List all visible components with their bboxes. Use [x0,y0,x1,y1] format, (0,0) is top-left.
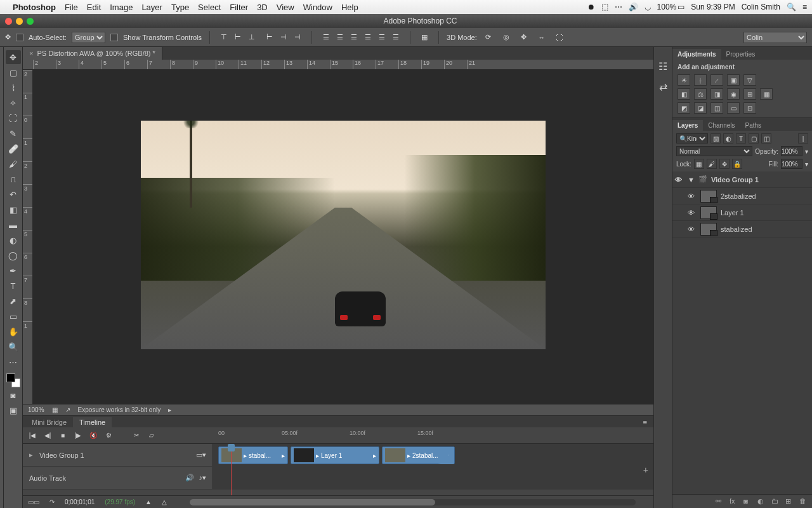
color-balance-adjustment-icon[interactable]: ⚖ [694,88,707,100]
go-to-start-button[interactable]: |◀ [28,431,37,440]
channel-mixer-adjustment-icon[interactable]: ⊞ [743,88,756,100]
3d-rotate-icon[interactable]: ⟳ [482,32,495,43]
blend-mode-dropdown[interactable]: Normal [676,146,752,156]
zoom-tool[interactable]: 🔍 [6,340,21,354]
auto-select-dropdown[interactable]: Group [72,32,105,43]
tab-adjustments[interactable]: Adjustments [672,49,721,60]
hue-adjustment-icon[interactable]: ◧ [678,88,690,100]
layer-name[interactable]: stabalized [721,225,752,233]
filter-smart-icon[interactable]: ◫ [761,133,771,144]
new-layer-icon[interactable]: ⊞ [785,497,794,506]
next-frame-button[interactable]: |▶ [74,431,82,440]
tab-timeline[interactable]: Timeline [73,417,112,427]
hand-tool[interactable]: ✋ [6,324,21,338]
foreground-color[interactable] [6,373,15,382]
selective-color-adjustment-icon[interactable]: ⊡ [743,102,756,114]
lock-position-icon[interactable]: ✥ [719,159,730,169]
tab-layers[interactable]: Layers [672,120,703,131]
invert-adjustment-icon[interactable]: ◩ [678,102,690,114]
canvas[interactable] [141,121,546,349]
type-tool[interactable]: T [6,279,21,293]
render-icon[interactable]: ↷ [49,498,55,505]
screen-mode-tool[interactable]: ▣ [6,403,21,417]
playhead[interactable] [231,444,232,495]
layer-style-icon[interactable]: fx [730,497,738,506]
visibility-icon[interactable]: 👁 [688,225,697,233]
layer-item[interactable]: 👁2stabalized [672,188,812,204]
vibrance-adjustment-icon[interactable]: ▽ [743,74,756,86]
menu-layer[interactable]: Layer [141,3,162,12]
clone-stamp-tool[interactable]: ⎍ [6,172,21,186]
layer-thumbnail[interactable] [700,190,717,203]
rectangle-tool[interactable]: ▭ [6,309,21,323]
distribute-hcenter-icon[interactable]: ☰ [376,32,388,43]
show-transform-checkbox[interactable] [110,34,118,41]
layer-name[interactable]: Layer 1 [721,209,744,217]
levels-adjustment-icon[interactable]: ⟊ [694,74,707,86]
wifi-icon[interactable]: ◡ [645,3,651,11]
tab-paths[interactable]: Paths [740,120,767,131]
eyedropper-tool[interactable]: ✎ [6,126,21,140]
frame-mode-icon[interactable]: ▭▭ [28,498,39,505]
menu-edit[interactable]: Edit [87,3,101,12]
exposure-adjustment-icon[interactable]: ▣ [727,74,740,86]
screencast-icon[interactable]: ⏺ [587,3,595,11]
layer-name[interactable]: 2stabalized [721,192,756,200]
3d-slide-icon[interactable]: ↔ [535,32,548,43]
user-name[interactable]: Colin Smith [742,3,780,11]
fill-dropdown-icon[interactable]: ▾ [805,161,808,168]
status-icon[interactable]: ▦ [52,406,58,413]
filter-toggle[interactable]: | [798,133,808,144]
align-left-icon[interactable]: ⊢ [263,32,276,43]
align-hcenter-icon[interactable]: ⊣ [277,32,290,43]
layer-item[interactable]: 👁Layer 1 [672,204,812,221]
layer-item[interactable]: 👁stabalized [672,221,812,237]
gradient-tool[interactable]: ▬ [6,218,21,232]
brightness-adjustment-icon[interactable]: ☀ [678,74,690,86]
zoom-out-timeline-icon[interactable]: ▲ [145,498,152,505]
brush-tool[interactable]: 🖌 [6,157,21,171]
add-audio-track-button[interactable]: + [643,465,648,475]
menu-filter[interactable]: Filter [230,3,248,12]
lock-transparency-icon[interactable]: ▦ [694,159,704,169]
posterize-adjustment-icon[interactable]: ◪ [694,102,707,114]
clock[interactable]: Sun 9:39 PM [691,3,735,11]
distribute-right-icon[interactable]: ☰ [390,32,402,43]
curves-adjustment-icon[interactable]: ⟋ [710,74,723,86]
tab-channels[interactable]: Channels [703,120,740,131]
link-layers-icon[interactable]: ⚯ [716,497,724,506]
menu-view[interactable]: View [277,3,294,12]
distribute-bottom-icon[interactable]: ☰ [348,32,360,43]
split-clip-button[interactable]: ✂ [132,431,141,440]
healing-brush-tool[interactable]: 🩹 [6,142,21,156]
menu-3d[interactable]: 3D [257,3,268,12]
app-name[interactable]: Photoshop [13,3,56,12]
timeline-ruler[interactable]: 0005:00f10:00f15:00f [213,427,634,443]
threshold-adjustment-icon[interactable]: ◫ [710,102,723,114]
eraser-tool[interactable]: ◧ [6,203,21,217]
menu-select[interactable]: Select [198,3,221,12]
auto-align-icon[interactable]: ▦ [418,32,431,43]
document-tab[interactable]: × PS Distortion AWA @ 100% (RGB/8) * [23,47,162,60]
color-swatches[interactable] [6,373,20,387]
audio-options-icon[interactable]: ♪▾ [199,474,207,482]
battery-status[interactable]: 100% ▭ [657,3,685,11]
distribute-top-icon[interactable]: ☰ [320,32,332,43]
bw-adjustment-icon[interactable]: ◨ [710,88,723,100]
panel-menu-icon[interactable]: ≡ [639,417,651,427]
minimize-window-button[interactable] [16,18,23,25]
visibility-icon[interactable]: 👁 [688,209,697,217]
tab-properties[interactable]: Properties [721,49,761,60]
photo-filter-adjustment-icon[interactable]: ◉ [727,88,740,100]
notifications-icon[interactable]: ≡ [802,3,807,11]
magic-wand-tool[interactable]: ✧ [6,96,21,110]
new-adjustment-layer-icon[interactable]: ◐ [757,497,766,506]
track-options-icon[interactable]: ▭▾ [196,451,206,459]
3d-roll-icon[interactable]: ◎ [500,32,513,43]
menu-type[interactable]: Type [171,3,189,12]
timeline-clip[interactable]: ▸Layer 1▸ [291,446,379,464]
timecode[interactable]: 0;00;01;01 [65,498,95,505]
zoom-slider-icon[interactable]: △ [162,498,167,505]
actions-panel-icon[interactable]: ⇄ [657,80,669,93]
quick-mask-tool[interactable]: ◙ [6,388,21,402]
